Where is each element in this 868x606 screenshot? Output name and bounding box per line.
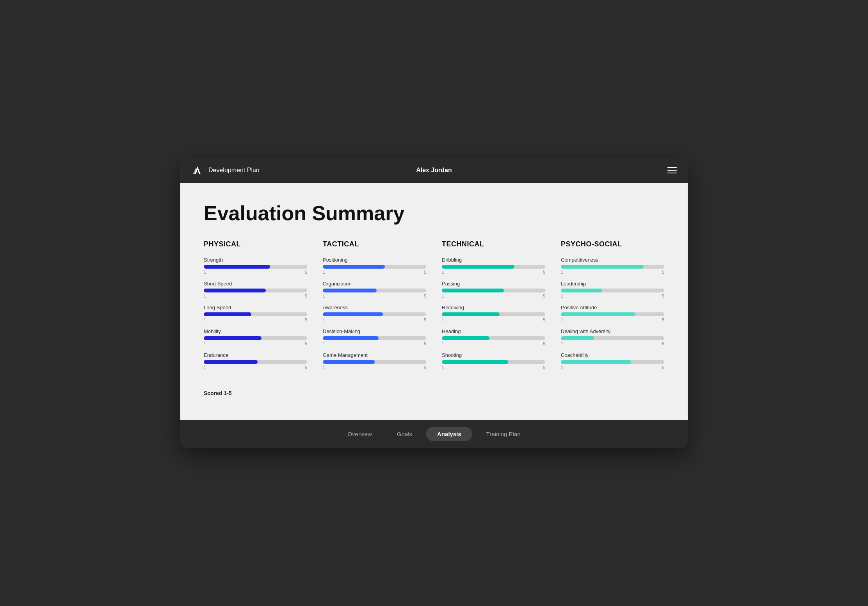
bar-scale-max: 5 [662,317,664,322]
titlebar: Development Plan Alex Jordan [180,158,688,183]
bar-fill [561,312,635,316]
skill-label: Passing [442,281,545,287]
skill-label: Shooting [442,352,545,358]
bar-scale-max: 5 [424,294,426,298]
bar-scale-min: 1 [442,365,444,370]
menu-button[interactable] [667,167,677,173]
skill-label: Coachability [561,352,664,358]
skill-item: Endurance15 [204,352,307,370]
bar-track [442,360,545,364]
bar-scale-min: 1 [204,341,206,346]
app-logo-icon [191,164,204,176]
bar-scale-min: 1 [442,294,444,298]
bar-fill [323,289,377,292]
skill-label: Decision-Making [323,328,426,334]
bar-track [561,360,664,364]
skill-label: Organization [323,281,426,287]
bar-scale-min: 1 [204,270,206,274]
nav-tab-analysis[interactable]: Analysis [426,427,472,441]
hamburger-line-3 [667,173,677,173]
bar-scale-labels: 15 [204,270,307,274]
bar-scale-labels: 15 [442,270,545,274]
category-heading-physical: PHYSICAL [204,240,307,248]
bar-track [442,289,545,292]
bar-scale-max: 5 [543,270,545,274]
bar-fill [561,336,594,340]
bar-scale-min: 1 [561,270,563,274]
bar-scale-max: 5 [305,341,307,346]
bar-fill [442,312,500,316]
bar-scale-max: 5 [662,270,664,274]
bar-scale-min: 1 [323,317,325,322]
bar-scale-labels: 15 [442,341,545,346]
bar-track [204,265,307,269]
bar-scale-max: 5 [662,294,664,298]
bar-track [204,336,307,340]
category-heading-tactical: TACTICAL [323,240,426,248]
skill-item: Organization15 [323,281,426,298]
skill-item: Awareness15 [323,305,426,322]
skill-item: Coachability15 [561,352,664,370]
bar-scale-min: 1 [442,341,444,346]
bar-fill [323,312,383,316]
bar-scale-labels: 15 [323,270,426,274]
bar-scale-labels: 15 [323,294,426,298]
bar-fill [561,289,602,292]
skill-item: Mobility15 [204,328,307,346]
bar-fill [323,336,379,340]
skill-item: Positioning15 [323,257,426,274]
bar-scale-max: 5 [543,294,545,298]
skill-label: Awareness [323,305,426,310]
bar-fill [323,265,385,269]
bar-scale-min: 1 [561,294,563,298]
skill-label: Game Management [323,352,426,358]
skill-label: Dealing with Adversity [561,328,664,334]
bar-track [323,336,426,340]
nav-tab-overview[interactable]: Overview [336,427,383,441]
bar-scale-min: 1 [323,365,325,370]
nav-tab-training-plan[interactable]: Training Plan [475,427,532,441]
bar-scale-max: 5 [662,365,664,370]
bar-scale-labels: 15 [204,294,307,298]
category-heading-technical: TECHNICAL [442,240,545,248]
bar-track [323,360,426,364]
bar-fill [204,265,270,269]
bar-track [323,289,426,292]
bar-fill [561,360,631,364]
bar-scale-max: 5 [305,317,307,322]
bar-scale-max: 5 [662,341,664,346]
bar-scale-labels: 15 [204,341,307,346]
bar-fill [442,360,508,364]
bar-track [442,312,545,316]
bar-track [561,265,664,269]
skill-label: Competitiveness [561,257,664,263]
bar-fill [442,336,489,340]
bar-track [204,312,307,316]
bar-track [442,265,545,269]
nav-tab-goals[interactable]: Goals [386,427,423,441]
skill-item: Heading15 [442,328,545,346]
bar-scale-max: 5 [424,365,426,370]
bar-track [561,289,664,292]
bar-scale-max: 5 [305,294,307,298]
skill-item: Dealing with Adversity15 [561,328,664,346]
bar-scale-labels: 15 [323,365,426,370]
bar-scale-min: 1 [323,294,325,298]
bar-scale-labels: 15 [561,270,664,274]
bar-fill [442,289,504,292]
bar-scale-labels: 15 [561,341,664,346]
bar-scale-max: 5 [543,341,545,346]
bar-scale-labels: 15 [204,317,307,322]
hamburger-line-2 [667,170,677,171]
bar-scale-min: 1 [442,270,444,274]
skill-label: Dribbling [442,257,545,263]
category-col-technical: TECHNICALDribbling15Passing15Receiving15… [442,240,545,376]
bar-scale-min: 1 [204,294,206,298]
skill-item: Passing15 [442,281,545,298]
skill-item: Game Management15 [323,352,426,370]
skill-item: Decision-Making15 [323,328,426,346]
skill-item: Dribbling15 [442,257,545,274]
bar-fill [561,265,644,269]
skill-label: Strength [204,257,307,263]
bar-track [204,360,307,364]
